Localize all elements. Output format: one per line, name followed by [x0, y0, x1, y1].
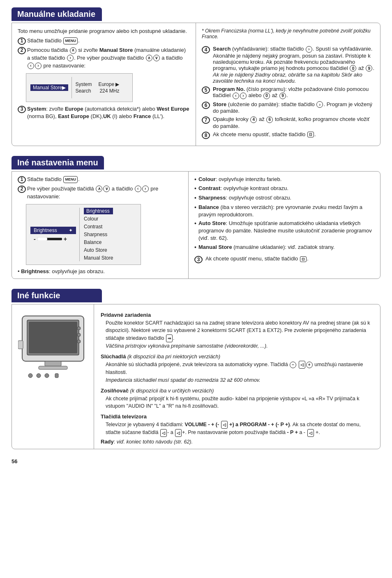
lr-icon-5: ‹ [233, 93, 239, 99]
svg-rect-8 [18, 341, 23, 349]
svg-point-7 [77, 340, 81, 343]
pridavne-zariadenia-block: Prídavné zariadenia Použite konektor SCA… [101, 312, 374, 350]
vol-minus-tv: ◁ [160, 429, 167, 437]
menu-store-arrow: ▶ [62, 85, 66, 91]
ine-step-2: 2 Pre výber používajte tlačidlá ∧∨ a tla… [18, 185, 182, 201]
step-num-2: 2 [18, 47, 26, 54]
bmr-contrast: Contrast [84, 223, 113, 230]
step6-ref: 6 [266, 116, 273, 123]
contrast-item: Contrast: ovplyvňuje kontrast obrazu. [194, 185, 374, 193]
bmr-autostore: Auto Store [84, 247, 113, 253]
vol-arrow-tv: ◁ [307, 429, 314, 437]
brightness-menu-left: Brightness ✦ - + [30, 208, 80, 261]
step-3-content: System: zvoľte Europe (automatická detek… [27, 105, 190, 121]
zosilnovac-title: Zosilňovač (k dispozícii iba v určitých … [101, 388, 374, 394]
svg-rect-2 [29, 322, 77, 353]
ine-nastavenia-left: 1 Stlačte tlačidlo MENU. 2 Pre výber pou… [12, 172, 189, 279]
ine-funkcie-content: Prídavné zariadenia Použite konektor SCA… [12, 304, 380, 449]
right-step-num-4: 4 [202, 46, 210, 53]
right-step-8-content: Ak chcete menu opustiť, stlačte tlačidlo… [213, 131, 316, 138]
scart-btn-icon: ⇒ [166, 334, 173, 342]
num0b-icon: 0 [263, 93, 270, 99]
brightness-menu-right: Brightness Colour Contrast Sharpness Bal… [80, 208, 113, 261]
right-step-5-content: Program No. (číslo programu): vložte pož… [213, 86, 374, 99]
svg-point-11 [45, 374, 49, 378]
right-step-6: 6 Store (uloženie do pamäte): stlačte tl… [202, 101, 374, 114]
right-step-5: 5 Program No. (číslo programu): vložte p… [202, 86, 374, 99]
brightness-label: Brightness [34, 227, 57, 233]
manualne-ukladanie-section: Manuálne ukladanie Toto menu umožňuje pr… [12, 7, 380, 146]
manualne-step-3: 3 System: zvoľte Europe (automatická det… [18, 105, 190, 121]
pridavne-content: Použite konektor SCART nachádzajúci sa n… [106, 319, 374, 350]
search-value: 224 MHz [99, 88, 119, 94]
right-step-4: 4 Search (vyhľadávanie): stlačte tlačidl… [202, 46, 374, 84]
brightness-slider-bar [37, 238, 62, 240]
menu-icon-ine: MENU [63, 176, 78, 183]
menu-box-left: Manual Store ▶ [30, 77, 72, 98]
brightness-note: • Brightness: ovplyvňuje jas obrazu. [18, 268, 182, 274]
tlacidla-content: Televízor je vybavený 4 tlačidlami: VOLU… [106, 421, 374, 436]
svg-point-6 [77, 333, 81, 337]
right-step-num-6: 6 [202, 102, 210, 109]
right-step-4-content: Search (vyhľadávanie): stlačte tlačidlo … [213, 46, 374, 84]
manualne-ukladanie-right: * Okrem Francúzska (norma LL'), kedy je … [196, 23, 380, 146]
page: Manuálne ukladanie Toto menu umožňuje pr… [12, 7, 380, 571]
ine-steps: 1 Stlačte tlačidlo MENU. 2 Pre výber pou… [18, 176, 182, 201]
manual-store-menu-box: Manual Store ▶ System Europe ▶ Search 22… [26, 73, 133, 102]
ine-funkcie-title: Iné funkcie [12, 289, 102, 302]
right-step-num-5: 5 [202, 86, 210, 94]
bmr-sharpness: Sharpness [84, 231, 113, 238]
brightness-gear-icon: ✦ [69, 227, 73, 233]
right-step-num-7: 7 [202, 116, 210, 124]
ine-nastavenia-title-wrap: Iné nastavenia menu [12, 156, 380, 169]
vol-plus-tv: ◁ [175, 429, 182, 437]
up-ine: ∧ [96, 186, 102, 192]
rady-block: Rady: viď. koniec tohto návodu (str. 62)… [101, 439, 374, 445]
up-icon-2: ∧ [70, 47, 76, 54]
ine-funkcie-image-col [12, 304, 94, 449]
ine-nastavenia-content: 1 Stlačte tlačidlo MENU. 2 Pre výber pou… [12, 171, 380, 279]
tv-illustration [18, 312, 88, 386]
menu-store-label: Manual Store [33, 85, 62, 91]
rady-title: Rady [101, 439, 114, 445]
sluchadla-title: Slúchadlá (k dispozícii iba pri niektorý… [101, 353, 374, 360]
ine-step-1-content: Stlačte tlačidlo MENU. [27, 176, 182, 183]
menu-box-right: System Europe ▶ Search 224 MHz [72, 77, 119, 98]
colour-text: Colour: ovplyvňuje intenzitu farieb. [198, 176, 281, 183]
step-2-content: Pomocou tlačidla ∧ si zvoľte Manual Stor… [27, 46, 190, 70]
num9b-icon: 9 [279, 93, 286, 99]
step4-ref: 4 [250, 116, 257, 123]
right-step-num-8: 8 [202, 132, 210, 139]
exit-btn-8: ⊡ [307, 132, 314, 137]
page-number: 56 [12, 458, 380, 464]
right-step-6-content: Store (uloženie do pamäte): stlačte tlač… [213, 101, 374, 114]
bmr-manualstore: Manual Store [84, 255, 113, 261]
manualne-ukladanie-content: Toto menu umožňuje pridanie programov al… [12, 23, 380, 146]
sharpness-text: Sharpness: ovplyvňuje ostrosť obrazu. [198, 194, 291, 202]
manualne-ukladanie-title: Manuálne ukladanie [12, 7, 102, 21]
colour-item: Colour: ovplyvňuje intenzitu farieb. [194, 176, 374, 184]
tlacidla-tv-block: Tlačidlá televízora Televízor je vybaven… [101, 413, 374, 436]
vol-icon-sluch: ◁ [299, 361, 305, 369]
svg-point-9 [28, 374, 32, 378]
manualne-ukladanie-title-wrap: Manuálne ukladanie [12, 7, 380, 21]
pridavne-italic: Väčšina prístrojov vykonáva prepínanie s… [106, 343, 268, 349]
manualne-steps-left: 1 Stlačte tlačidlo MENU. 2 Pomocou tlači… [18, 37, 190, 70]
contrast-text: Contrast: ovplyvňuje kontrast obrazu. [198, 185, 288, 192]
svg-rect-3 [45, 361, 61, 366]
menu-row-system: System Europe ▶ [75, 81, 119, 87]
left2-icon: ‹ [28, 63, 34, 69]
system-label: System [75, 81, 92, 87]
num0-icon: 0 [350, 65, 356, 72]
lr2-icon-5: › [240, 93, 247, 99]
ine-step-2-content: Pre výber používajte tlačidlá ∧∨ a tlači… [27, 185, 182, 201]
manualne-ukladanie-left: Toto menu umožňuje pridanie programov al… [12, 23, 196, 146]
ine-funkcie-section: Iné funkcie [12, 289, 380, 449]
sluchadla-content: Akonáhle sú slúchadlá pripojené, zvuk te… [106, 361, 374, 384]
search-label: Search [75, 88, 91, 94]
ine-bullet-list: Colour: ovplyvňuje intenzitu farieb. Con… [194, 176, 374, 251]
svg-point-10 [37, 374, 41, 378]
sluchadla-italic: Impedancia slúchadiel musí spadať do roz… [106, 377, 261, 383]
rady-content: : viď. koniec tohto návodu (str. 62). [114, 439, 193, 445]
svg-rect-12 [55, 374, 58, 378]
